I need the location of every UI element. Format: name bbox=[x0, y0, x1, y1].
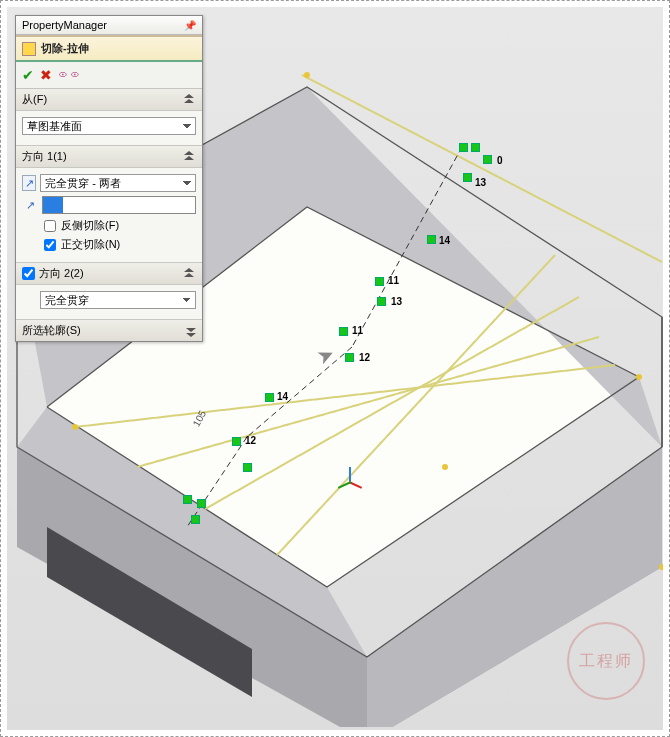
sketch-node[interactable] bbox=[191, 515, 200, 524]
reverse-direction-icon[interactable]: ↗ bbox=[22, 175, 36, 191]
feature-name-bar: 切除-拉伸 bbox=[16, 35, 202, 62]
sketch-node[interactable] bbox=[345, 353, 354, 362]
watermark-stamp: 工程师 bbox=[567, 622, 645, 700]
normal-cut-label: 正交切除(N) bbox=[61, 237, 120, 252]
section-dir2-header[interactable]: 方向 2(2) bbox=[16, 263, 202, 285]
flip-side-checkbox[interactable] bbox=[44, 220, 56, 232]
origin-triad-icon bbox=[337, 467, 363, 493]
node-label: 12 bbox=[245, 435, 256, 446]
sketch-node[interactable] bbox=[232, 437, 241, 446]
sketch-node[interactable] bbox=[463, 173, 472, 182]
watermark-text: 工程师 bbox=[579, 651, 633, 672]
property-manager-panel: PropertyManager 📌 切除-拉伸 ✔ ✖ ᯣᯣ 从(F) 草图基准… bbox=[15, 15, 203, 342]
svg-point-14 bbox=[72, 424, 78, 430]
chevron-up-icon bbox=[184, 151, 196, 163]
confirm-row: ✔ ✖ ᯣᯣ bbox=[16, 62, 202, 89]
chevron-up-icon bbox=[184, 325, 196, 337]
ok-button[interactable]: ✔ bbox=[22, 67, 34, 83]
sketch-node[interactable] bbox=[339, 327, 348, 336]
section-dir2-title: 方向 2(2) bbox=[39, 266, 84, 281]
cancel-button[interactable]: ✖ bbox=[40, 67, 52, 83]
dir2-endcondition-select[interactable]: 完全贯穿 bbox=[40, 291, 196, 309]
sketch-node[interactable] bbox=[377, 297, 386, 306]
sketch-node[interactable] bbox=[427, 235, 436, 244]
pm-header: PropertyManager 📌 bbox=[16, 16, 202, 35]
node-label: 14 bbox=[439, 235, 450, 246]
sketch-node[interactable] bbox=[197, 499, 206, 508]
section-from-title: 从(F) bbox=[22, 92, 47, 107]
pm-title: PropertyManager bbox=[22, 19, 107, 31]
sketch-node[interactable] bbox=[183, 495, 192, 504]
node-label: 13 bbox=[391, 296, 402, 307]
svg-point-15 bbox=[636, 374, 642, 380]
sketch-node[interactable] bbox=[471, 143, 480, 152]
node-label: 0 bbox=[497, 155, 503, 166]
section-dir1-title: 方向 1(1) bbox=[22, 149, 67, 164]
section-contours-header[interactable]: 所选轮廓(S) bbox=[16, 320, 202, 341]
node-label: 12 bbox=[359, 352, 370, 363]
pin-icon[interactable]: 📌 bbox=[184, 20, 196, 31]
feature-name: 切除-拉伸 bbox=[41, 41, 89, 56]
sketch-node[interactable] bbox=[483, 155, 492, 164]
preview-button[interactable]: ᯣᯣ bbox=[58, 68, 82, 82]
sketch-node[interactable] bbox=[459, 143, 468, 152]
node-label: 11 bbox=[388, 275, 399, 286]
node-label: 11 bbox=[352, 325, 363, 336]
sketch-node[interactable] bbox=[265, 393, 274, 402]
svg-point-16 bbox=[304, 72, 310, 78]
direction-vector-icon[interactable]: ↗ bbox=[22, 197, 38, 213]
app-frame: ➤ 0 13 14 11 bbox=[0, 0, 670, 737]
section-from-body: 草图基准面 bbox=[16, 111, 202, 146]
section-dir1-body: ↗ 完全贯穿 - 两者 ↗ 反侧切除(F) 正交切除(N) bbox=[16, 168, 202, 263]
cut-extrude-icon bbox=[22, 42, 36, 56]
svg-point-18 bbox=[442, 464, 448, 470]
direction-vector-input[interactable] bbox=[42, 196, 196, 214]
sketch-node[interactable] bbox=[375, 277, 384, 286]
normal-cut-checkbox[interactable] bbox=[44, 239, 56, 251]
flip-side-label: 反侧切除(F) bbox=[61, 218, 119, 233]
dir2-enable-checkbox[interactable] bbox=[22, 267, 35, 280]
section-contours-title: 所选轮廓(S) bbox=[22, 323, 81, 338]
chevron-up-icon bbox=[184, 268, 196, 280]
section-from-header[interactable]: 从(F) bbox=[16, 89, 202, 111]
section-dir2-body: 完全贯穿 bbox=[16, 285, 202, 320]
node-label: 13 bbox=[475, 177, 486, 188]
section-dir1-header[interactable]: 方向 1(1) bbox=[16, 146, 202, 168]
sketch-node[interactable] bbox=[243, 463, 252, 472]
dir1-endcondition-select[interactable]: 完全贯穿 - 两者 bbox=[40, 174, 196, 192]
from-plane-select[interactable]: 草图基准面 bbox=[22, 117, 196, 135]
node-label: 14 bbox=[277, 391, 288, 402]
chevron-up-icon bbox=[184, 94, 196, 106]
